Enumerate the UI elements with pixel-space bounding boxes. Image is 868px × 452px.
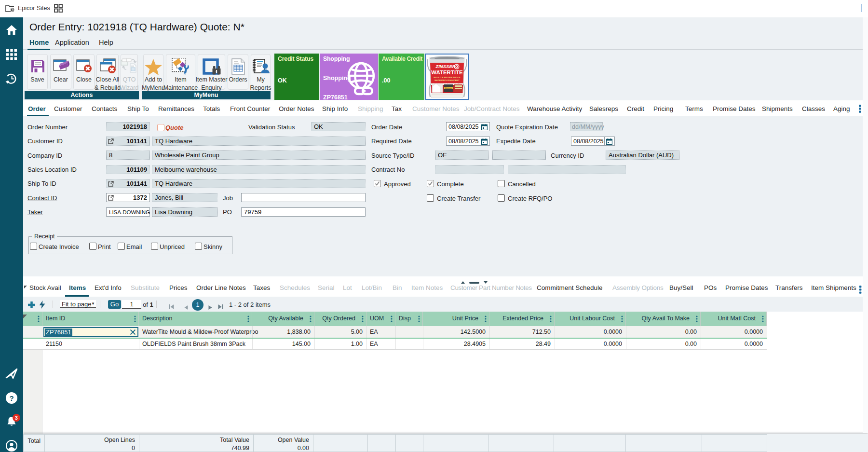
svg-text:?: ? bbox=[9, 394, 14, 402]
svg-text:ZINSSER: ZINSSER bbox=[435, 64, 455, 69]
svg-text:WATERTITE: WATERTITE bbox=[431, 69, 463, 75]
svg-text:WATERPROOFING PAINT: WATERPROOFING PAINT bbox=[434, 79, 460, 82]
svg-text:Lifetime: Lifetime bbox=[445, 87, 452, 89]
svg-text:MOULD & MILDEW-PROOF: MOULD & MILDEW-PROOF bbox=[434, 76, 461, 79]
